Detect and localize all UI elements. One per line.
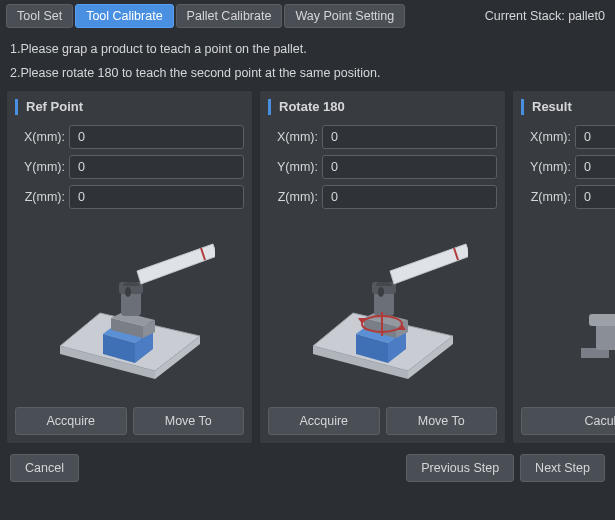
tab-pallet-calibrate[interactable]: Pallet Calibrate bbox=[176, 4, 283, 28]
rotate-illustration bbox=[268, 221, 497, 401]
result-illustration: H bbox=[521, 221, 615, 401]
panel-ref-point: Ref Point X(mm): Y(mm): Z(mm): bbox=[6, 90, 253, 444]
rotate-z-label: Z(mm): bbox=[268, 190, 318, 204]
tab-way-point-setting[interactable]: Way Point Setting bbox=[284, 4, 405, 28]
ref-z-label: Z(mm): bbox=[15, 190, 65, 204]
panel-result: Result X(mm): Y(mm): Z(mm): (Manual Inpu… bbox=[512, 90, 615, 444]
result-x-input[interactable] bbox=[575, 125, 615, 149]
panel-title-result: Result bbox=[521, 97, 615, 117]
svg-point-27 bbox=[378, 287, 384, 297]
instruction-line-2: 2.Please rotate 180 to teach the second … bbox=[10, 62, 605, 86]
rotate-y-label: Y(mm): bbox=[268, 160, 318, 174]
result-z-label: Z(mm): bbox=[521, 190, 571, 204]
tab-tool-set[interactable]: Tool Set bbox=[6, 4, 73, 28]
ref-z-input[interactable] bbox=[69, 185, 244, 209]
rotate-move-to-button[interactable]: Move To bbox=[386, 407, 498, 435]
robot-height-icon: H bbox=[551, 226, 616, 396]
svg-point-13 bbox=[125, 287, 131, 297]
tabbar: Tool Set Tool Calibrate Pallet Calibrate… bbox=[0, 0, 615, 30]
ref-move-to-button[interactable]: Move To bbox=[133, 407, 245, 435]
calculate-activate-button[interactable]: Caculate&Activate bbox=[521, 407, 615, 435]
ref-y-input[interactable] bbox=[69, 155, 244, 179]
current-stack-label: Current Stack: pallet0 bbox=[485, 9, 609, 23]
footer: Cancel Previous Step Next Step bbox=[0, 444, 615, 492]
panel-title-ref: Ref Point bbox=[15, 97, 244, 117]
next-step-button[interactable]: Next Step bbox=[520, 454, 605, 482]
svg-rect-36 bbox=[589, 314, 616, 326]
instruction-line-1: 1.Please grap a product to teach a point… bbox=[10, 38, 605, 62]
svg-rect-35 bbox=[596, 322, 616, 350]
panel-rotate-180: Rotate 180 X(mm): Y(mm): Z(mm): bbox=[259, 90, 506, 444]
tab-tool-calibrate[interactable]: Tool Calibrate bbox=[75, 4, 173, 28]
cancel-button[interactable]: Cancel bbox=[10, 454, 79, 482]
robot-place-icon bbox=[45, 226, 215, 396]
ref-illustration bbox=[15, 221, 244, 401]
ref-accquire-button[interactable]: Accquire bbox=[15, 407, 127, 435]
rotate-y-input[interactable] bbox=[322, 155, 497, 179]
previous-step-button[interactable]: Previous Step bbox=[406, 454, 514, 482]
instructions: 1.Please grap a product to teach a point… bbox=[0, 30, 615, 90]
ref-y-label: Y(mm): bbox=[15, 160, 65, 174]
svg-marker-11 bbox=[137, 244, 215, 284]
rotate-accquire-button[interactable]: Accquire bbox=[268, 407, 380, 435]
result-x-label: X(mm): bbox=[521, 130, 571, 144]
ref-x-input[interactable] bbox=[69, 125, 244, 149]
ref-x-label: X(mm): bbox=[15, 130, 65, 144]
result-z-input[interactable] bbox=[575, 185, 615, 209]
rotate-z-input[interactable] bbox=[322, 185, 497, 209]
panel-title-rotate: Rotate 180 bbox=[268, 97, 497, 117]
svg-marker-25 bbox=[390, 244, 468, 284]
rotate-x-input[interactable] bbox=[322, 125, 497, 149]
result-y-input[interactable] bbox=[575, 155, 615, 179]
result-y-label: Y(mm): bbox=[521, 160, 571, 174]
robot-rotate-icon bbox=[298, 226, 468, 396]
rotate-x-label: X(mm): bbox=[268, 130, 318, 144]
